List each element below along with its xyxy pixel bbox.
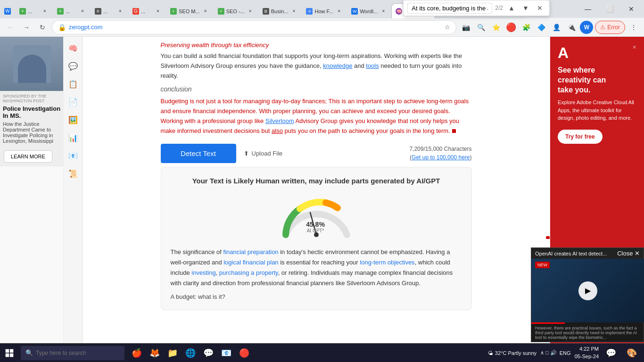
refresh-button[interactable]: ↻ xyxy=(36,21,49,34)
tool-chart[interactable]: 📊 xyxy=(66,130,81,145)
maximize-button[interactable]: ⬜ xyxy=(599,0,620,18)
find-close-button[interactable]: ✕ xyxy=(534,2,545,14)
taskbar-search[interactable]: 🔍 xyxy=(21,346,124,360)
svg-text:AI GPT*: AI GPT* xyxy=(306,228,324,233)
page-inner: Preserving wealth through tax efficiency… xyxy=(151,37,481,319)
puzzle-icon[interactable]: 🧩 xyxy=(520,21,533,34)
tab-label-biz: Busin... xyxy=(271,8,289,14)
profile-button[interactable]: W xyxy=(580,21,593,34)
upload-icon: ⬆ xyxy=(244,150,249,157)
tab-favicon-5: G xyxy=(132,8,139,15)
tab-howf[interactable]: ≡ How F... × xyxy=(302,3,347,18)
start-button[interactable] xyxy=(0,344,19,362)
upload-file-button[interactable]: ⬆ Upload File xyxy=(244,150,283,157)
forward-button[interactable]: → xyxy=(20,21,33,34)
tab-3[interactable]: + ... × xyxy=(53,3,91,18)
tab-4[interactable]: ≡ ... × xyxy=(91,3,128,18)
minimize-button[interactable]: — xyxy=(577,0,599,18)
svg-rect-4 xyxy=(6,349,9,353)
tab-favicon: W xyxy=(4,8,11,15)
tab-close-2[interactable]: × xyxy=(41,8,49,15)
tools-link[interactable]: tools xyxy=(366,62,379,69)
close-button[interactable]: ✕ xyxy=(620,0,642,18)
taskbar-icon-chromeg[interactable]: 🔴 xyxy=(236,345,253,362)
budget-question: A budget: what is it? xyxy=(171,293,462,300)
extension2-icon[interactable]: 🔌 xyxy=(565,21,578,34)
tab-close-howf[interactable]: × xyxy=(335,8,343,15)
taskbar-search-input[interactable] xyxy=(36,350,111,356)
screenshot-icon[interactable]: 📷 xyxy=(459,21,472,34)
taskbar-icon-fox[interactable]: 🦊 xyxy=(146,345,163,362)
knowledge-link[interactable]: knowledge xyxy=(323,62,352,69)
taskbar-icon-skype[interactable]: 💬 xyxy=(200,345,217,362)
tab-close-5[interactable]: × xyxy=(154,8,162,15)
purchasing-link[interactable]: purchasing a property xyxy=(219,269,278,276)
tool-brain[interactable]: 🧠 xyxy=(66,41,81,56)
ad-close-icon[interactable]: ✕ xyxy=(632,44,636,50)
tool-clipboard[interactable]: 📋 xyxy=(66,76,81,91)
tab-word[interactable]: W WordI... × xyxy=(347,3,391,18)
find-prev-button[interactable]: ▲ xyxy=(506,2,517,14)
find-next-button[interactable]: ▼ xyxy=(520,2,531,14)
learn-more-button[interactable]: LEARN MORE xyxy=(4,150,52,163)
svg-rect-7 xyxy=(10,353,14,357)
star-icon[interactable]: ⭐ xyxy=(489,21,503,34)
color-icon[interactable]: 🎨 xyxy=(623,345,640,362)
tab-close-biz[interactable]: × xyxy=(290,8,297,15)
tab-label-5: ... xyxy=(141,8,152,14)
section-heading: Preserving wealth through tax efficiency xyxy=(161,41,472,49)
svg-rect-5 xyxy=(10,349,14,353)
tab-favicon-word: W xyxy=(351,8,358,15)
taskbar-icon-folder[interactable]: 📁 xyxy=(164,345,181,362)
logical-link[interactable]: logical financial plan xyxy=(223,259,278,266)
address-bar: ← → ↻ 🔒 zerogpt.com ☆ 📷 🔍 ⭐ 🔴 🧩 🔷 👤 🔌 W … xyxy=(0,18,644,37)
taskbar-icon-mail[interactable]: 📧 xyxy=(218,345,235,362)
weather-text: 32°C Partly sunny xyxy=(495,350,537,356)
address-input[interactable]: 🔒 zerogpt.com ☆ xyxy=(52,20,456,34)
video-play-button[interactable]: ▶ xyxy=(578,281,597,300)
char-upgrade-link[interactable]: Get up to 100,000 here xyxy=(412,154,470,161)
toolbar-icons: 📷 🔍 ⭐ 🔴 🧩 🔷 👤 🔌 W ⚠ Error ⋮ xyxy=(459,21,640,34)
tool-mail[interactable]: 📧 xyxy=(66,148,81,163)
tab-close-3[interactable]: × xyxy=(79,8,86,15)
ad-body: How the Justice Department Came to Inves… xyxy=(3,121,61,144)
page-content[interactable]: Preserving wealth through tax efficiency… xyxy=(83,37,550,343)
tool-doc[interactable]: 📄 xyxy=(66,94,81,109)
taskbar-icon-apple[interactable]: 🍎 xyxy=(128,345,145,362)
back-button[interactable]: ← xyxy=(4,21,17,34)
longt-link[interactable]: long-term objectives xyxy=(360,259,414,266)
find-input[interactable] xyxy=(407,3,492,14)
extension-icon[interactable]: 🔷 xyxy=(535,21,548,34)
menu-icon[interactable]: ⋮ xyxy=(627,21,640,34)
person-icon[interactable]: 👤 xyxy=(550,21,563,34)
tab-close-word[interactable]: × xyxy=(380,8,387,15)
error-button[interactable]: ⚠ Error xyxy=(595,21,625,34)
ad-sponsor: SPONSORED BY THE WASHINGTON POST xyxy=(3,94,61,103)
address-text: zerogpt.com xyxy=(69,24,442,31)
taskbar-icon-chrome[interactable]: 🌐 xyxy=(182,345,199,362)
tab-biz[interactable]: B Busin... × xyxy=(258,3,302,18)
tab-seo2[interactable]: + SEO -... × xyxy=(214,3,258,18)
prep-link[interactable]: financial preparation xyxy=(223,248,279,255)
tool-image[interactable]: 🖼️ xyxy=(66,112,81,127)
paragraph2: Budgeting is not just a tool for managin… xyxy=(161,97,472,136)
tab-close-4[interactable]: × xyxy=(116,8,124,15)
search-icon[interactable]: 🔍 xyxy=(474,21,487,34)
tab-close-seo2[interactable]: × xyxy=(247,8,254,15)
adobe-cta-button[interactable]: Try for free xyxy=(558,130,603,144)
detect-text-button[interactable]: Detect Text xyxy=(161,144,236,163)
bookmark-icon[interactable]: ☆ xyxy=(445,24,450,31)
video-close-button[interactable]: Close ✕ xyxy=(617,250,640,257)
tool-scroll[interactable]: 📜 xyxy=(66,166,81,181)
tab-2[interactable]: + ... × xyxy=(15,3,53,18)
tab-w1[interactable]: W xyxy=(0,3,15,18)
investing-link[interactable]: investing xyxy=(191,269,215,276)
tab-seo1[interactable]: + SEO M... × xyxy=(166,3,214,18)
sys-icons: ∧ □ 🔊 xyxy=(540,350,557,356)
tab-close-seo1[interactable]: × xyxy=(202,8,209,15)
silverloom-link[interactable]: Silverloom xyxy=(265,117,294,124)
circle-icon[interactable]: 🔴 xyxy=(504,21,518,34)
tool-chat[interactable]: 💬 xyxy=(66,58,81,74)
tab-5[interactable]: G ... × xyxy=(128,3,166,18)
notifications-icon[interactable]: 💬 xyxy=(603,345,619,362)
